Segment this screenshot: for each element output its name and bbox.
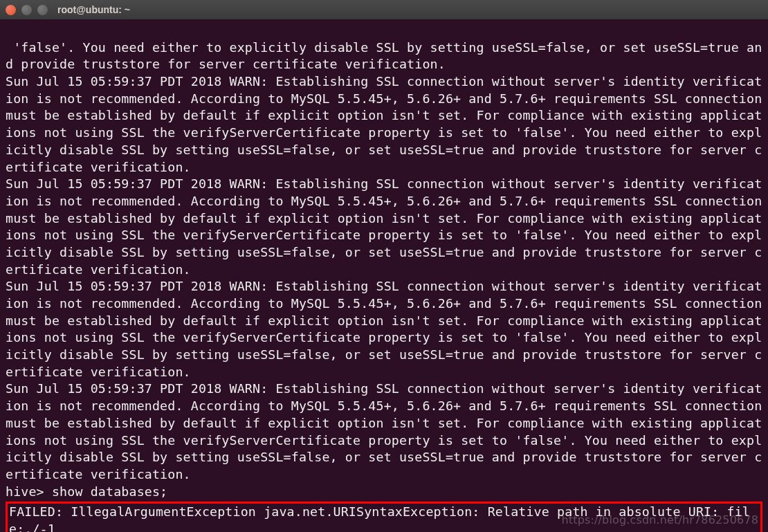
minimize-icon[interactable] — [21, 5, 32, 15]
titlebar: root@ubuntu: ~ — [0, 0, 768, 19]
hive-command: hive> show databases; — [6, 484, 167, 499]
maximize-icon[interactable] — [37, 5, 48, 15]
ssl-warning-3: Sun Jul 15 05:59:37 PDT 2018 WARN: Estab… — [6, 279, 768, 378]
ssl-warning-1: Sun Jul 15 05:59:37 PDT 2018 WARN: Estab… — [6, 74, 768, 174]
watermark: https://blog.csdn.net/hr786250678 — [562, 513, 758, 528]
ssl-warning-4: Sun Jul 15 05:59:37 PDT 2018 WARN: Estab… — [6, 381, 768, 481]
ssl-warning-partial: 'false'. You need either to explicitly d… — [6, 40, 762, 72]
window-title: root@ubuntu: ~ — [57, 4, 130, 15]
window-controls — [6, 5, 48, 15]
terminal-output[interactable]: 'false'. You need either to explicitly d… — [0, 19, 768, 532]
ssl-warning-2: Sun Jul 15 05:59:37 PDT 2018 WARN: Estab… — [6, 176, 768, 276]
close-icon[interactable] — [6, 5, 16, 15]
